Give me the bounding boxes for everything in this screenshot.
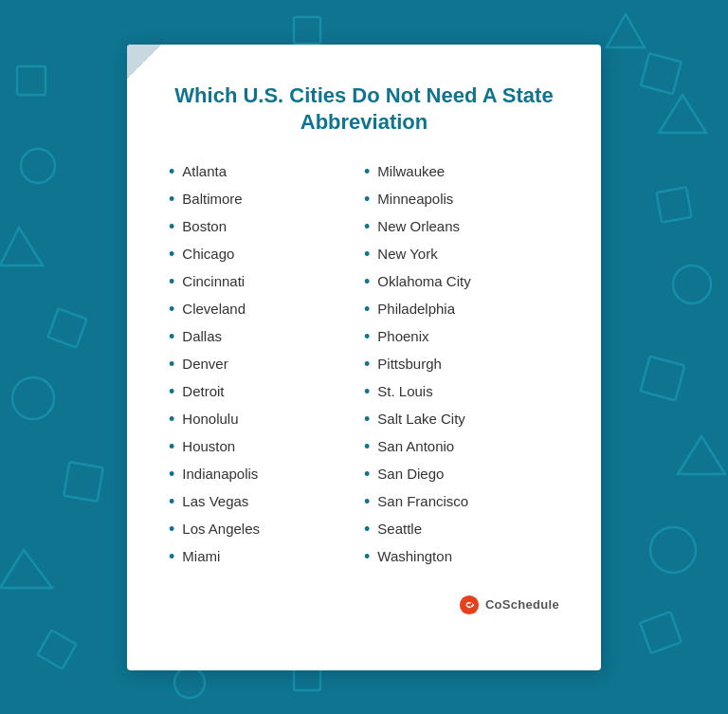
svg-marker-5 [0,228,43,265]
logo-area: CoSchedule [169,595,559,615]
svg-rect-2 [641,53,682,94]
list-item: Oklahoma City [364,273,559,290]
list-item: Indianapolis [169,466,364,483]
svg-point-13 [673,265,711,303]
list-item: San Diego [364,466,559,483]
list-item: New York [364,246,559,263]
list-item: Honolulu [169,411,364,428]
list-item: Las Vegas [169,493,364,510]
list-item: Dallas [169,328,364,345]
list-item: Phoenix [364,328,559,345]
list-item: Denver [169,356,364,373]
list-item: Philadelphia [364,301,559,318]
svg-point-7 [12,377,54,419]
svg-point-16 [650,527,696,573]
list-item: Detroit [169,383,364,400]
card-title: Which U.S. Cities Do Not Need A State Ab… [169,82,559,137]
list-item: San Antonio [364,438,559,455]
list-item: Seattle [364,521,559,538]
svg-rect-17 [640,612,682,653]
svg-marker-15 [678,436,725,474]
list-item: St. Louis [364,383,559,400]
svg-rect-8 [64,462,103,502]
list-item: San Francisco [364,493,559,510]
svg-point-4 [21,149,55,183]
svg-marker-1 [607,14,645,47]
coschedule-icon [459,595,480,615]
cities-container: AtlantaBaltimoreBostonChicagoCincinnatiC… [169,163,559,576]
list-item: Minneapolis [364,191,559,208]
svg-rect-12 [656,187,691,222]
list-item: Cincinnati [169,273,364,290]
list-item: Baltimore [169,191,364,208]
list-item: Atlanta [169,163,364,180]
list-item: Chicago [169,246,364,263]
list-item: Boston [169,218,364,235]
logo-text: CoSchedule [485,597,559,612]
list-item: Milwaukee [364,163,559,180]
list-item: Cleveland [169,301,364,318]
svg-rect-6 [47,308,86,347]
list-item: Washington [364,548,559,565]
list-item: Miami [169,548,364,565]
left-column: AtlantaBaltimoreBostonChicagoCincinnatiC… [169,163,364,576]
svg-marker-9 [0,550,52,588]
list-item: Salt Lake City [364,411,559,428]
svg-rect-0 [294,17,320,44]
svg-marker-11 [659,95,706,133]
list-item: Pittsburgh [364,356,559,373]
right-column: MilwaukeeMinneapolisNew OrleansNew YorkO… [364,163,559,576]
svg-point-20 [460,595,479,614]
svg-rect-14 [641,357,685,401]
svg-rect-3 [17,66,46,95]
list-item: Los Angeles [169,521,364,538]
svg-rect-10 [38,631,77,669]
list-item: New Orleans [364,218,559,235]
list-item: Houston [169,438,364,455]
main-card: Which U.S. Cities Do Not Need A State Ab… [127,45,601,670]
svg-point-19 [174,668,205,698]
